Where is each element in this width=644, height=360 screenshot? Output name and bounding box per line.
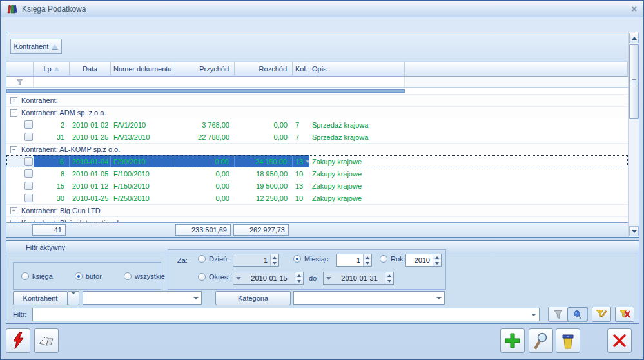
okres-to-datepicker[interactable]: 2010-01-31 xyxy=(323,272,394,285)
clear-filter-button[interactable] xyxy=(615,307,634,322)
header-kol[interactable]: Kol. xyxy=(293,61,309,77)
table-row[interactable]: 82010-01-05F/100/20100,0018 950,0010Zaku… xyxy=(6,167,628,180)
table-row[interactable]: 312010-01-25FA/13/201022 788,000,007Sprz… xyxy=(6,131,628,143)
radio-rok[interactable]: Rok: xyxy=(380,255,405,263)
collapse-icon[interactable]: − xyxy=(10,109,17,117)
row-checkbox[interactable] xyxy=(24,194,33,202)
okres-from-datepicker[interactable]: 2010-01-15 xyxy=(233,272,304,285)
okres-to-value: 2010-01-31 xyxy=(334,274,385,282)
header-indicator-cell xyxy=(6,61,34,77)
collapse-icon[interactable]: − xyxy=(10,146,17,153)
filtr-label: Filtr: xyxy=(13,310,26,318)
cell-numer-dokumentu: F/150/2010 xyxy=(111,180,175,192)
spin-down-icon xyxy=(273,262,277,265)
filter-row-input-area[interactable] xyxy=(34,77,405,88)
miesiac-spinner[interactable]: 1 xyxy=(336,254,372,267)
okres-label: Okres: xyxy=(209,273,229,281)
book-entries-button[interactable] xyxy=(6,328,30,353)
pin-filter-button[interactable] xyxy=(567,307,587,321)
radio-wszystkie[interactable]: wszystkie xyxy=(124,272,165,280)
kontrahent-dropdown-button[interactable] xyxy=(68,291,79,305)
table-row[interactable]: 62010-01-04F/90/20100,0024 150,0013Zakup… xyxy=(6,155,628,167)
plus-icon xyxy=(504,332,521,349)
spinner-buttons[interactable] xyxy=(433,254,441,266)
kontrahent-button[interactable]: Kontrahent xyxy=(13,291,68,305)
header-lp[interactable]: Lp xyxy=(34,61,70,77)
cell-data: 2010-01-02 xyxy=(70,118,111,131)
expand-icon[interactable]: + xyxy=(10,207,17,214)
scrollbar-thumb[interactable] xyxy=(629,44,639,119)
radio-icon xyxy=(198,273,206,281)
delete-button[interactable] xyxy=(556,328,580,353)
expand-icon[interactable]: + xyxy=(10,97,17,104)
spin-up-icon xyxy=(366,256,369,259)
spinner-buttons[interactable] xyxy=(385,272,393,284)
row-checkbox[interactable] xyxy=(24,157,33,166)
table-row[interactable]: 152010-01-12F/150/20100,0019 500,0013Zak… xyxy=(6,180,628,192)
cell-kol: 13 xyxy=(293,180,309,192)
cell-opis: Zakupy krajowe xyxy=(309,155,405,167)
magnifier-icon xyxy=(533,332,549,349)
dzien-spinner[interactable]: 1 xyxy=(233,254,279,267)
radio-ksiega[interactable]: księga xyxy=(21,272,53,280)
window-close-icon[interactable]: × xyxy=(631,5,637,14)
close-button[interactable] xyxy=(607,328,632,353)
strip-row xyxy=(6,88,628,94)
radio-miesiac[interactable]: Miesiąc: xyxy=(293,255,330,263)
funnel-pencil-icon xyxy=(596,309,607,319)
kategoria-button[interactable]: Kategoria xyxy=(215,291,291,305)
cell-opis: Sprzedaż krajowa xyxy=(309,118,405,131)
row-checkbox[interactable] xyxy=(24,133,33,141)
table-row[interactable]: 22010-01-02FA/1/20103 768,000,007Sprzeda… xyxy=(6,118,628,131)
filtr-input[interactable] xyxy=(32,308,540,321)
row-checkbox[interactable] xyxy=(24,120,33,129)
dropdown-icon[interactable] xyxy=(191,292,201,304)
radio-wszystkie-label: wszystkie xyxy=(135,272,165,280)
rok-value: 2010 xyxy=(406,256,433,264)
rok-spinner[interactable]: 2010 xyxy=(405,254,442,267)
radio-checked-icon xyxy=(293,255,301,263)
spinner-buttons[interactable] xyxy=(270,254,278,266)
header-rozchod[interactable]: Rozchód xyxy=(235,61,293,77)
kategoria-combo[interactable] xyxy=(293,291,445,305)
spinner-buttons[interactable] xyxy=(295,272,303,284)
row-checkbox[interactable] xyxy=(24,182,33,190)
apply-filter-button[interactable] xyxy=(549,307,567,321)
dropdown-icon[interactable] xyxy=(236,277,241,280)
dropdown-icon[interactable] xyxy=(434,292,444,304)
triangle-down-icon xyxy=(632,230,637,233)
cell-lp: 2 xyxy=(34,118,70,131)
cell-rozchod: 0,00 xyxy=(235,131,293,143)
window-title: Księga Podatkowa xyxy=(22,5,86,14)
kontrahent-combo[interactable] xyxy=(83,291,202,305)
dropdown-icon[interactable] xyxy=(529,308,539,321)
open-details-button[interactable] xyxy=(529,328,553,353)
spinner-buttons[interactable] xyxy=(363,254,371,266)
scroll-down-button[interactable] xyxy=(629,226,639,236)
header-numer-dokumentu[interactable]: Numer dokumentu xyxy=(111,61,175,77)
radio-okres[interactable]: Okres: xyxy=(198,273,229,281)
vertical-scrollbar[interactable] xyxy=(628,32,639,237)
add-button[interactable] xyxy=(500,328,525,353)
cell-rozchod: 24 150,00 xyxy=(235,155,293,167)
header-data[interactable]: Data xyxy=(70,61,111,77)
radio-dzien[interactable]: Dzień: xyxy=(198,255,229,263)
table-row[interactable]: 302010-01-25F/250/20100,0012 250,0010Zak… xyxy=(6,192,628,204)
grid-auto-filter-row[interactable] xyxy=(6,77,628,88)
dropdown-icon[interactable] xyxy=(326,277,331,280)
group-by-kontrahent-button[interactable]: Kontrahent xyxy=(10,39,62,54)
cell-przychod: 0,00 xyxy=(175,192,235,204)
spin-down-icon xyxy=(435,262,439,265)
ledger-button[interactable] xyxy=(34,328,59,353)
radio-bufor[interactable]: bufor xyxy=(75,272,102,280)
row-checkbox[interactable] xyxy=(24,169,33,178)
spin-up-icon xyxy=(297,274,301,277)
summary-row: 41 233 501,69 262 927,73 xyxy=(6,222,628,237)
scroll-up-button[interactable] xyxy=(629,33,639,43)
cell-lp: 8 xyxy=(34,167,70,180)
cell-przychod: 0,00 xyxy=(175,155,235,167)
cell-kol: 7 xyxy=(293,118,309,131)
edit-filter-button[interactable] xyxy=(592,307,611,322)
header-opis[interactable]: Opis xyxy=(309,61,405,77)
header-przychod[interactable]: Przychód xyxy=(175,61,235,77)
